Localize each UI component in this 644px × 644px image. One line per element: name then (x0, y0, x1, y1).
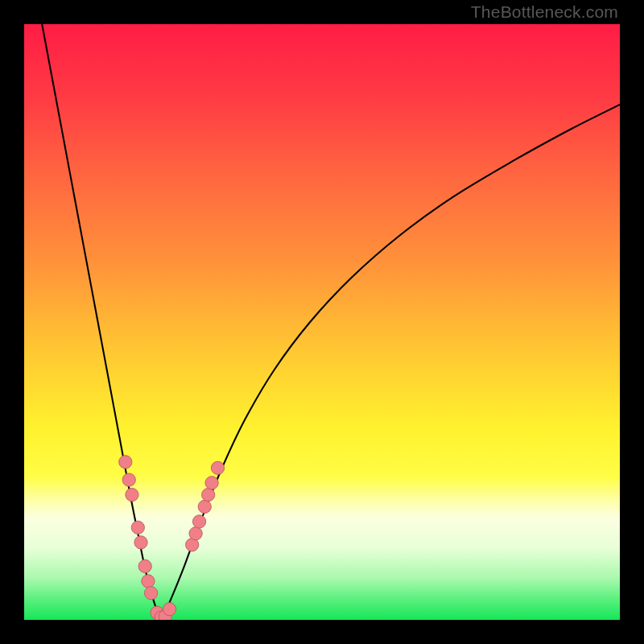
watermark-text: TheBottleneck.com (471, 2, 618, 22)
curve-right-branch (161, 105, 620, 617)
data-markers (119, 456, 225, 620)
data-marker (205, 477, 218, 489)
data-marker (122, 473, 135, 486)
data-marker (134, 536, 147, 549)
data-marker (202, 488, 215, 501)
data-marker (211, 461, 224, 474)
data-marker (131, 521, 144, 534)
data-marker (163, 603, 175, 616)
curve-layer (24, 24, 620, 620)
data-marker (138, 559, 151, 572)
data-marker (189, 527, 202, 540)
chart-frame: TheBottleneck.com (0, 0, 644, 644)
plot-area (24, 24, 620, 620)
data-marker (126, 488, 138, 501)
data-marker (142, 575, 155, 588)
data-marker (198, 500, 211, 513)
data-marker (144, 587, 157, 600)
data-marker (119, 456, 132, 469)
data-marker (192, 515, 205, 528)
